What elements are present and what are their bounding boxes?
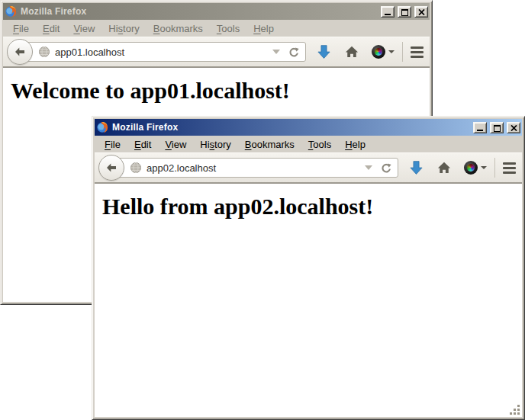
menu-item-file[interactable]: File [98, 137, 127, 152]
addon-caret-icon [481, 166, 487, 169]
hamburger-icon [503, 162, 516, 165]
navigation-toolbar: app01.localhost [3, 37, 430, 67]
close-icon [418, 9, 425, 15]
menu-item-help[interactable]: Help [338, 137, 372, 152]
firefox-logo-icon [5, 5, 17, 18]
menu-item-help[interactable]: Help [246, 21, 281, 36]
maximize-button[interactable] [490, 122, 504, 133]
menu-item-tools[interactable]: Tools [301, 137, 338, 152]
menu-item-edit[interactable]: Edit [36, 21, 66, 36]
browser-window-app02: Mozilla Firefox File Edit View History B… [92, 116, 525, 420]
url-bar[interactable]: app02.localhost [112, 158, 398, 178]
maximize-button[interactable] [398, 6, 411, 18]
menu-item-tools[interactable]: Tools [210, 21, 246, 36]
menu-bar: File Edit View History Bookmarks Tools H… [3, 20, 430, 37]
back-arrow-icon [105, 162, 118, 174]
site-identity-globe-icon[interactable] [130, 162, 142, 174]
url-input[interactable]: app02.localhost [147, 162, 365, 174]
url-bar[interactable]: app01.localhost [21, 42, 306, 62]
menu-bar: File Edit View History Bookmarks Tools H… [95, 136, 522, 152]
navigation-toolbar: app02.localhost [95, 152, 522, 183]
minimize-icon [477, 130, 483, 131]
reload-icon[interactable] [380, 162, 391, 174]
back-button[interactable] [98, 155, 124, 181]
page-heading: Welcome to app01.localhost! [11, 78, 430, 104]
minimize-button[interactable] [473, 122, 487, 133]
home-button[interactable] [345, 46, 359, 58]
menu-item-view[interactable]: View [66, 21, 101, 36]
firefox-logo-icon [96, 121, 108, 133]
reload-icon[interactable] [288, 46, 299, 58]
back-arrow-icon [14, 46, 26, 58]
titlebar[interactable]: Mozilla Firefox [95, 119, 522, 136]
url-input[interactable]: app01.localhost [55, 46, 272, 58]
menu-button[interactable] [411, 44, 424, 60]
close-button[interactable] [507, 122, 520, 133]
page-content: Hello from app02.localhost! [95, 183, 522, 417]
menu-item-bookmarks[interactable]: Bookmarks [147, 21, 210, 36]
color-wheel-icon [372, 45, 385, 59]
resize-grip-icon [507, 402, 521, 416]
download-arrow-icon [410, 161, 423, 175]
menu-item-edit[interactable]: Edit [127, 137, 158, 152]
color-wheel-icon [464, 161, 478, 175]
site-identity-globe-icon[interactable] [38, 46, 50, 58]
urlbar-dropdown-icon[interactable] [365, 165, 372, 170]
toolbar-buttons [306, 42, 426, 62]
home-icon [437, 162, 451, 174]
titlebar[interactable]: Mozilla Firefox [3, 3, 430, 20]
resize-grip[interactable] [507, 402, 521, 416]
addon-caret-icon [388, 50, 395, 53]
home-icon [345, 46, 359, 58]
home-button[interactable] [437, 162, 451, 174]
back-button[interactable] [7, 39, 33, 65]
addon-button[interactable] [372, 45, 395, 59]
window-title: Mozilla Firefox [111, 122, 470, 133]
menu-item-bookmarks[interactable]: Bookmarks [238, 137, 301, 152]
download-arrow-icon [317, 45, 330, 59]
maximize-icon [401, 9, 408, 16]
minimize-button[interactable] [381, 6, 395, 18]
downloads-button[interactable] [317, 45, 330, 59]
close-icon [511, 125, 517, 131]
toolbar-separator [494, 158, 495, 178]
window-title: Mozilla Firefox [19, 6, 378, 17]
menu-item-view[interactable]: View [158, 137, 193, 152]
menu-button[interactable] [503, 160, 516, 176]
addon-button[interactable] [464, 161, 487, 175]
toolbar-buttons [398, 158, 518, 178]
menu-item-history[interactable]: History [101, 21, 146, 36]
urlbar-dropdown-icon[interactable] [272, 50, 280, 54]
close-button[interactable] [414, 6, 428, 18]
hamburger-icon [411, 46, 424, 49]
downloads-button[interactable] [410, 161, 423, 175]
menu-item-history[interactable]: History [193, 137, 237, 152]
page-heading: Hello from app02.localhost! [102, 194, 522, 220]
maximize-icon [494, 125, 501, 132]
toolbar-separator [402, 42, 403, 62]
desktop: { "menu": { "items": [ {"pre": "", "key"… [0, 0, 525, 420]
menu-item-file[interactable]: File [6, 21, 36, 36]
minimize-icon [385, 14, 391, 15]
